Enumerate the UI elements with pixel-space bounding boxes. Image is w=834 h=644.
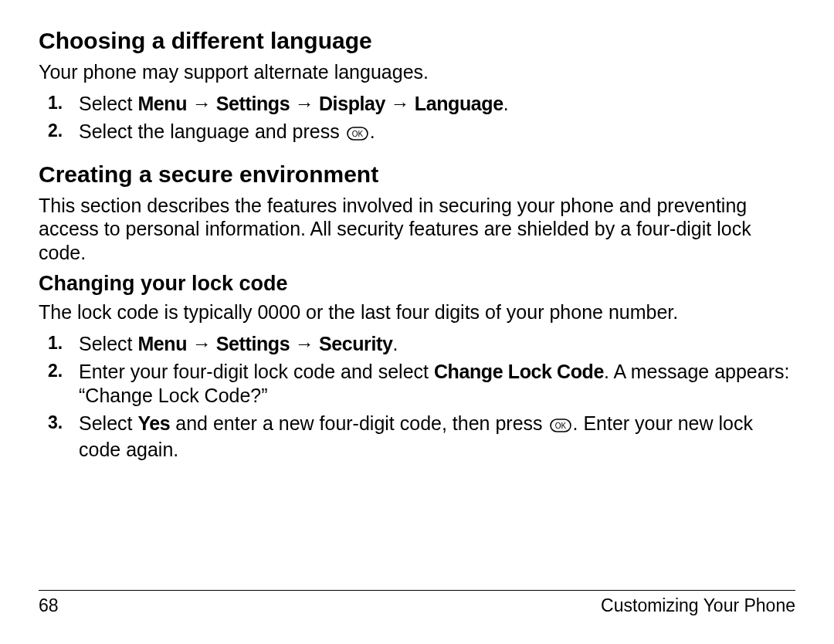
list-item: 1. Select Menu → Settings → Display → La… (39, 92, 795, 116)
step-text: . (503, 93, 509, 114)
arrow-icon: → (187, 333, 216, 354)
list-item: 1. Select Menu → Settings → Security. (39, 332, 795, 356)
steps-lock-code: 1. Select Menu → Settings → Security. 2.… (39, 332, 795, 462)
step-number: 2. (48, 120, 63, 141)
nav-path-item: Security (319, 333, 392, 354)
step-number: 3. (48, 412, 63, 433)
intro-language: Your phone may support alternate languag… (39, 60, 795, 84)
list-item: 3. Select Yes and enter a new four-digit… (39, 412, 795, 461)
footer-row: 68 Customizing Your Phone (39, 595, 795, 616)
page-number: 68 (39, 595, 59, 616)
step-text: Select (79, 333, 137, 354)
page-footer: 68 Customizing Your Phone (39, 590, 795, 616)
section-secure-environment: Creating a secure environment This secti… (39, 161, 795, 265)
list-item: 2. Enter your four-digit lock code and s… (39, 360, 795, 407)
nav-path-item: Settings (216, 93, 290, 114)
nav-path-item: Language (415, 93, 503, 114)
step-text: Select the language and press (79, 120, 345, 142)
section-lock-code: Changing your lock code The lock code is… (39, 272, 795, 461)
arrow-icon: → (187, 93, 216, 114)
nav-path-item: Menu (137, 93, 187, 114)
section-language: Choosing a different language Your phone… (39, 28, 795, 146)
nav-path-item: Menu (137, 333, 187, 354)
ok-button-icon (347, 122, 368, 146)
step-number: 1. (48, 92, 63, 114)
arrow-icon: → (290, 93, 319, 114)
arrow-icon: → (290, 333, 319, 354)
nav-path-item: Settings (216, 333, 290, 354)
arrow-icon: → (385, 93, 415, 114)
step-text: . (392, 333, 398, 354)
heading-secure-environment: Creating a secure environment (39, 161, 795, 188)
step-text: . (370, 120, 375, 142)
nav-path-item: Display (319, 93, 385, 114)
step-text: Select (79, 412, 137, 434)
bold-term: Yes (137, 412, 170, 434)
bold-term: Change Lock Code (434, 361, 604, 382)
intro-secure-environment: This section describes the features invo… (39, 194, 795, 265)
section-title: Customizing Your Phone (601, 595, 795, 616)
ok-button-icon (550, 414, 571, 438)
footer-divider (39, 590, 795, 591)
list-item: 2. Select the language and press . (39, 120, 795, 146)
intro-lock-code: The lock code is typically 0000 or the l… (39, 300, 795, 324)
step-number: 2. (48, 360, 63, 381)
heading-language: Choosing a different language (39, 28, 795, 54)
steps-language: 1. Select Menu → Settings → Display → La… (39, 92, 795, 146)
step-number: 1. (48, 332, 63, 354)
step-text: Enter your four-digit lock code and sele… (79, 361, 434, 382)
step-text: and enter a new four-digit code, then pr… (170, 412, 548, 434)
heading-lock-code: Changing your lock code (39, 272, 795, 296)
step-text: Select (79, 93, 137, 114)
